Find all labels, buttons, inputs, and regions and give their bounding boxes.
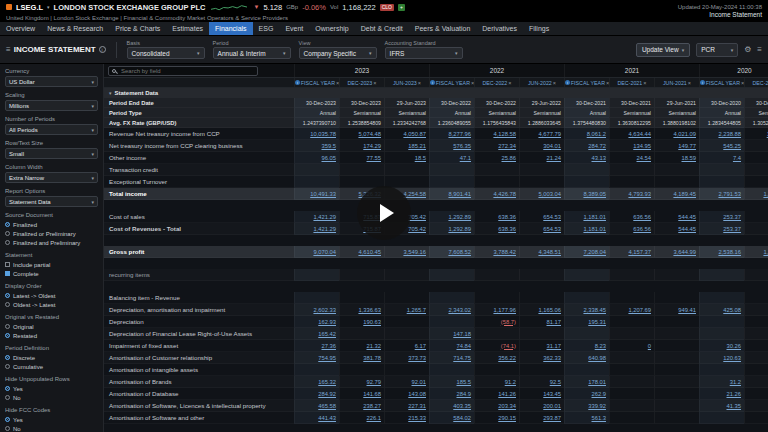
column-header-dec-2021-7[interactable]: DEC-2021×: [609, 78, 654, 87]
tab-estimates[interactable]: Estimates: [166, 22, 209, 35]
cell-value[interactable]: 2,602.33: [313, 307, 336, 313]
cell-value[interactable]: 640.98: [588, 355, 606, 361]
cell-value[interactable]: 1,421.29: [313, 226, 336, 232]
cell-value[interactable]: 3,549.16: [403, 249, 426, 255]
cell-value[interactable]: 373.73: [408, 355, 426, 361]
cell-value[interactable]: 754.95: [318, 355, 336, 361]
field-select-period[interactable]: Annual & Interim▾: [213, 47, 291, 59]
sidebar-option-original[interactable]: Original: [5, 322, 98, 331]
cell-value[interactable]: 2,791.53: [718, 191, 741, 197]
cell-value[interactable]: 8,061.2: [587, 131, 606, 137]
cell-value[interactable]: 4,189.45: [673, 191, 696, 197]
cell-value[interactable]: 465.58: [318, 403, 336, 409]
radio-icon[interactable]: [5, 302, 10, 307]
cell-value[interactable]: 238.27: [363, 403, 381, 409]
cell-value[interactable]: 4,348.51: [538, 249, 561, 255]
cell-value[interactable]: 185.21: [408, 143, 426, 149]
cell-value[interactable]: 545.25: [723, 143, 741, 149]
field-select-accounting-standard[interactable]: IFRS▾: [385, 47, 463, 59]
cell-value[interactable]: 1,177.96: [493, 307, 516, 313]
cell-value[interactable]: 10,035.78: [310, 131, 336, 137]
column-header-jun-2022-5[interactable]: JUN-2022×: [519, 78, 564, 87]
cell-value[interactable]: 1,207.69: [628, 307, 651, 313]
chevron-down-icon[interactable]: ▾: [47, 4, 50, 10]
sidebar-option-finalized[interactable]: Finalized: [5, 220, 98, 229]
cell-value[interactable]: 96.05: [321, 155, 336, 161]
cell-value[interactable]: 147.18: [453, 331, 471, 337]
tab-esg[interactable]: ESG: [253, 22, 280, 35]
cell-value[interactable]: 4,021.09: [673, 131, 696, 137]
column-header-jun-2021-8[interactable]: JUN-2021×: [654, 78, 699, 87]
column-header-fiscal-year-3[interactable]: iFISCAL YEAR×: [429, 78, 474, 87]
cell-value[interactable]: 8,901.41: [448, 191, 471, 197]
radio-icon[interactable]: [5, 355, 10, 360]
cell-value[interactable]: 143.08: [408, 391, 426, 397]
cell-value[interactable]: 253.37: [723, 214, 741, 220]
column-header-dec-2022-4[interactable]: DEC-2022×: [474, 78, 519, 87]
cell-value[interactable]: 203.34: [498, 403, 516, 409]
tab-price-charts[interactable]: Price & Charts: [109, 22, 166, 35]
cell-value[interactable]: 1,336.63: [358, 307, 381, 313]
cell-value[interactable]: 654.53: [543, 214, 561, 220]
cell-value[interactable]: 226.1: [366, 415, 381, 421]
cell-value[interactable]: 284.72: [588, 143, 606, 149]
sidebar-option-discrete[interactable]: Discrete: [5, 353, 98, 362]
cell-value[interactable]: 636.56: [633, 226, 651, 232]
cell-value[interactable]: 18.59: [681, 155, 696, 161]
cell-value[interactable]: 304.01: [543, 143, 561, 149]
cell-value[interactable]: 4,677.79: [538, 131, 561, 137]
cell-value[interactable]: 441.43: [318, 415, 336, 421]
cell-value[interactable]: 2,538.16: [718, 249, 741, 255]
cell-value[interactable]: 41.35: [726, 403, 741, 409]
cell-value[interactable]: 1,181.01: [583, 226, 606, 232]
sidebar-option-no[interactable]: No: [5, 393, 98, 402]
cell-value[interactable]: 43.13: [591, 155, 606, 161]
cell-value[interactable]: 24.54: [636, 155, 651, 161]
cell-value[interactable]: 638.36: [498, 226, 516, 232]
cell-value[interactable]: 31.2: [730, 379, 741, 385]
cell-value[interactable]: 293.87: [543, 415, 561, 421]
sidebar-option-finalized-or-preliminary[interactable]: Finalized or Preliminary: [5, 229, 98, 238]
checkbox-icon[interactable]: [5, 262, 10, 267]
cell-value[interactable]: 8,277.96: [448, 131, 471, 137]
cell-value[interactable]: 262.9: [591, 391, 606, 397]
cell-value[interactable]: 705.42: [408, 226, 426, 232]
column-header-fiscal-year-6[interactable]: iFISCAL YEAR×: [564, 78, 609, 87]
cell-value[interactable]: 356.22: [498, 355, 516, 361]
cell-value[interactable]: 584.02: [453, 415, 471, 421]
cell-value[interactable]: 162.93: [318, 319, 336, 325]
menu-icon[interactable]: ≡: [757, 45, 762, 54]
radio-icon[interactable]: [5, 333, 10, 338]
cell-value[interactable]: 339.92: [588, 403, 606, 409]
tab-peers-valuation[interactable]: Peers & Valuation: [409, 22, 477, 35]
cell-value[interactable]: 290.15: [498, 415, 516, 421]
cell-value[interactable]: 7.4: [733, 155, 741, 161]
column-header-dec-2023-1[interactable]: DEC-2023×: [339, 78, 384, 87]
tab-ownership[interactable]: Ownership: [309, 22, 354, 35]
cell-value[interactable]: 284.9: [456, 391, 471, 397]
cell-value[interactable]: 1,265.7: [407, 307, 426, 313]
cell-value[interactable]: 21.26: [726, 391, 741, 397]
cell-value[interactable]: 195.31: [588, 319, 606, 325]
cell-value[interactable]: (58.7): [501, 319, 516, 325]
cell-value[interactable]: 165.32: [318, 379, 336, 385]
video-play-button[interactable]: [357, 186, 411, 240]
tab-debt-credit[interactable]: Debt & Credit: [355, 22, 409, 35]
cell-value[interactable]: 25.86: [501, 155, 516, 161]
cell-value[interactable]: 21.32: [366, 343, 381, 349]
close-column-icon[interactable]: ×: [418, 80, 421, 86]
cell-value[interactable]: 190.63: [363, 319, 381, 325]
tab-overview[interactable]: Overview: [0, 22, 41, 35]
tab-news-research[interactable]: News & Research: [41, 22, 109, 35]
cell-value[interactable]: 1,292.89: [448, 226, 471, 232]
cell-value[interactable]: 141.68: [363, 391, 381, 397]
cell-value[interactable]: 74.84: [456, 343, 471, 349]
cell-value[interactable]: 1,181.01: [583, 214, 606, 220]
checkbox-icon[interactable]: [5, 271, 10, 276]
radio-icon[interactable]: [5, 395, 10, 400]
add-badge[interactable]: +: [398, 4, 405, 11]
cell-value[interactable]: 185.5: [456, 379, 471, 385]
close-column-icon[interactable]: ×: [643, 80, 646, 86]
ticker-symbol[interactable]: LSEG.L: [16, 3, 43, 12]
info-icon[interactable]: i: [99, 46, 106, 53]
